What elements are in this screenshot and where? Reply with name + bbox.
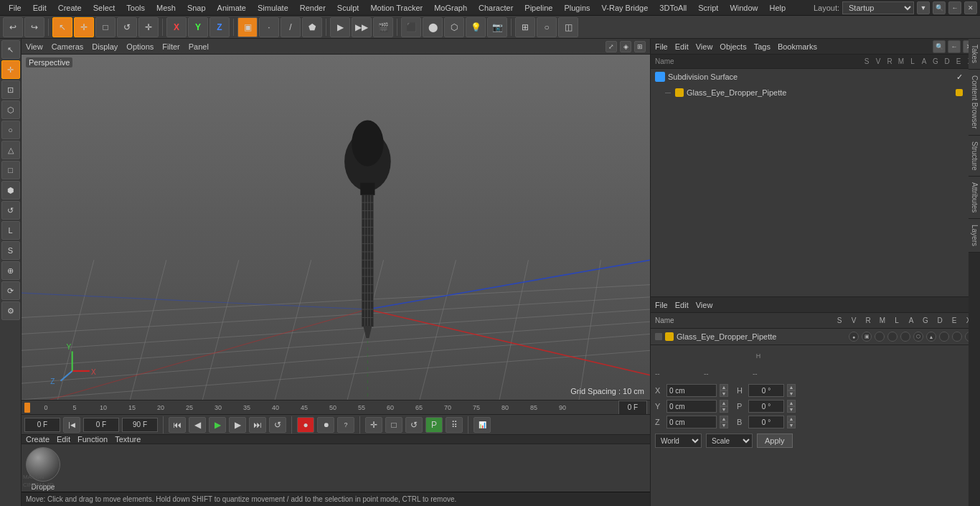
coord-y-pos-input[interactable] [666,400,717,413]
layout-select[interactable]: Startup [842,1,914,14]
coord-h-down[interactable]: ▼ [787,390,796,397]
coord-world-select[interactable]: World Local [655,434,702,448]
obj-menu-objects[interactable]: Objects [720,42,746,51]
cube-obj-btn[interactable]: ⬛ [401,17,421,37]
coord-scale-select[interactable]: Scale Size [706,434,753,448]
menu-mograph[interactable]: MoGraph [428,0,473,16]
menu-file[interactable]: File [3,0,27,16]
menu-script[interactable]: Script [692,0,724,16]
axis-z-btn[interactable]: Z [209,17,230,37]
coord-y-down[interactable]: ▼ [720,406,728,413]
timeline-strip[interactable]: 0 5 10 15 20 25 30 35 40 45 50 55 60 65 … [22,400,650,414]
vp-menu-display[interactable]: Display [92,42,118,51]
menu-edit[interactable]: Edit [27,0,52,16]
menu-character[interactable]: Character [473,0,519,16]
sword-btn[interactable]: S [1,241,20,260]
menu-window[interactable]: Window [724,0,763,16]
attr-cell-e[interactable] [952,332,962,342]
attr-cell-m[interactable] [887,332,897,342]
point-mode-btn[interactable]: · [259,17,279,37]
current-frame-display[interactable] [618,400,647,415]
mat-menu-texture[interactable]: Texture [115,435,141,444]
poly-mode-btn[interactable]: ⬟ [302,17,322,37]
edge-mode-btn[interactable]: / [281,17,301,37]
vp-menu-options[interactable]: Options [126,42,154,51]
camera-btn[interactable]: 📷 [487,17,507,37]
tab-structure[interactable]: Structure [969,136,980,177]
mat-menu-function[interactable]: Function [77,435,108,444]
coord-z-up[interactable]: ▲ [720,416,728,422]
menu-pipeline[interactable]: Pipeline [519,0,558,16]
menu-vray[interactable]: V-Ray Bridge [596,0,654,16]
select-tool-btn[interactable]: ↖ [52,17,72,37]
next-frame-btn[interactable]: ▶ [229,417,246,433]
poly-selection-btn[interactable]: ⬡ [1,100,20,119]
coord-b-input[interactable] [748,416,784,428]
select-mode-btn[interactable]: ↖ [1,40,20,59]
light-btn[interactable]: 💡 [466,17,486,37]
menu-select[interactable]: Select [88,0,121,16]
attr-cell-r[interactable] [875,332,885,342]
prev-frame-btn[interactable]: ◀ [189,417,206,433]
coord-x-pos-input[interactable] [666,384,717,397]
tab-attributes[interactable]: Attributes [969,177,980,219]
timeline-btn[interactable]: 📊 [473,417,491,433]
paint-selection-btn[interactable]: ○ [1,121,20,139]
move-key-btn[interactable]: ✛ [365,417,382,433]
move-tool-btn[interactable]: ✛ [74,17,94,37]
vp-config-btn[interactable]: ⊞ [634,41,646,52]
render-settings-btn[interactable]: 🎬 [373,17,393,37]
transform-tool-btn[interactable]: ✛ [138,17,159,37]
coord-x-down[interactable]: ▼ [720,390,728,397]
vp-menu-view[interactable]: View [26,42,43,51]
rotate-key-btn[interactable]: ↺ [405,417,423,433]
play-btn[interactable]: ▶ [209,417,226,433]
layout-arrow-btn[interactable]: ▼ [917,1,930,14]
coord-b-up[interactable]: ▲ [787,416,796,422]
obj-back-icon[interactable]: ← [948,40,961,53]
menu-motion-tracker[interactable]: Motion Tracker [364,0,428,16]
coord-p-input[interactable] [748,400,784,413]
floor-btn[interactable]: ⊞ [515,17,535,37]
menu-help[interactable]: Help [764,0,792,16]
obj-search-icon[interactable]: 🔍 [933,40,946,53]
render-to-picture-viewer-btn[interactable]: ▶▶ [352,17,372,37]
menu-plugins[interactable]: Plugins [558,0,595,16]
play-reverse-btn[interactable]: ↺ [269,417,286,433]
current-frame-input[interactable] [83,418,119,432]
start-frame-input[interactable] [24,418,60,432]
attr-cell-s[interactable]: ● [849,332,859,342]
attr-menu-view[interactable]: View [696,301,713,309]
menu-3dtoall[interactable]: 3DToAll [654,0,692,16]
attr-cell-a[interactable]: ⬡ [913,332,923,342]
mat-menu-create[interactable]: Create [26,435,50,444]
mat-menu-edit[interactable]: Edit [57,435,70,444]
menu-snap[interactable]: Snap [182,0,212,16]
menu-animate[interactable]: Animate [212,0,252,16]
subdivision-vis-check[interactable]: ✓ [954,72,964,82]
obj-menu-file[interactable]: File [655,42,668,51]
attr-menu-file[interactable]: File [655,301,668,309]
vp-maximize-btn[interactable]: ⤢ [606,41,617,52]
sculpt-btn[interactable]: ⚙ [1,301,20,320]
line-btn[interactable]: L [1,221,20,240]
point-key-btn[interactable]: ⠿ [446,417,463,433]
rotate-btn[interactable]: ↺ [1,201,20,220]
tab-layers[interactable]: Layers [969,219,980,253]
coord-z-down[interactable]: ▼ [720,422,728,428]
axis-x-btn[interactable]: X [166,17,187,37]
obj-mode-btn[interactable]: ▣ [237,17,258,37]
obj-menu-tags[interactable]: Tags [754,42,771,51]
menu-create[interactable]: Create [52,0,88,16]
attr-menu-edit[interactable]: Edit [675,301,689,309]
auto-key-btn[interactable]: ⏺ [317,417,334,433]
vp-lock-btn[interactable]: ◈ [620,41,631,52]
redo-btn[interactable]: ↩ [24,17,44,37]
vp-menu-filter[interactable]: Filter [162,42,179,51]
cylinder-obj-btn[interactable]: ⬡ [444,17,464,37]
rotate-tool-btn[interactable]: ↺ [117,17,137,37]
end-frame-input[interactable] [122,418,158,432]
attr-cell-d[interactable] [939,332,949,342]
live-selection-btn[interactable]: ✛ [1,60,20,79]
vp-menu-cameras[interactable]: Cameras [52,42,84,51]
